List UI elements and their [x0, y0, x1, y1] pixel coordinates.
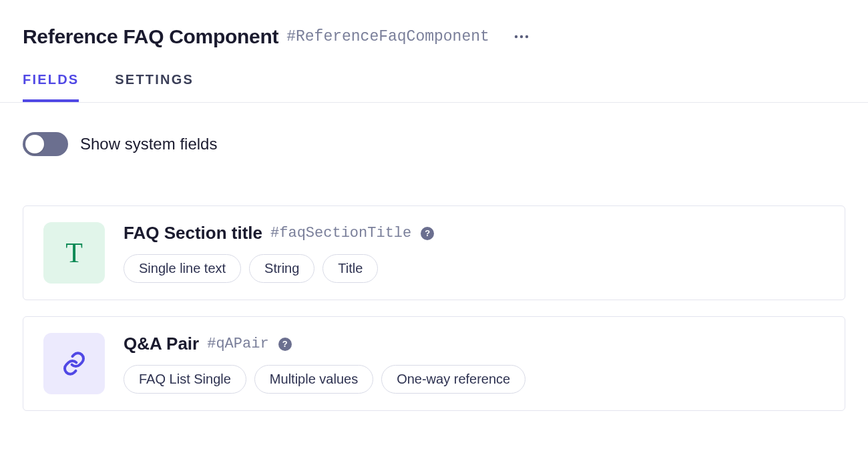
svg-point-2 [525, 35, 528, 38]
field-body: FAQ Section title #faqSectionTitle ? Sin… [124, 223, 829, 283]
field-tags: FAQ List Single Multiple values One-way … [124, 365, 829, 394]
help-icon[interactable]: ? [278, 338, 292, 351]
field-tag: Single line text [124, 254, 241, 283]
tab-fields[interactable]: FIELDS [23, 72, 79, 102]
field-id: #faqSectionTitle [270, 225, 411, 242]
system-fields-toggle-row: Show system fields [23, 132, 845, 156]
system-fields-toggle-label: Show system fields [80, 135, 217, 153]
header: Reference FAQ Component #ReferenceFaqCom… [0, 0, 868, 48]
field-id: #qAPair [207, 336, 268, 352]
field-tag: Multiple values [254, 365, 373, 394]
page-id: #ReferenceFaqComponent [286, 28, 489, 45]
svg-point-0 [515, 35, 517, 38]
field-card[interactable]: Q&A Pair #qAPair ? FAQ List Single Multi… [23, 316, 845, 411]
system-fields-toggle[interactable] [23, 132, 68, 156]
svg-point-1 [520, 35, 523, 38]
more-horizontal-icon [514, 35, 529, 39]
field-tags: Single line text String Title [124, 254, 829, 283]
text-field-type-icon: T [43, 222, 105, 284]
field-title: Q&A Pair [124, 334, 199, 354]
field-card[interactable]: T FAQ Section title #faqSectionTitle ? S… [23, 205, 845, 300]
text-glyph-icon: T [65, 237, 83, 269]
reference-field-type-icon [43, 333, 105, 394]
field-title-row: FAQ Section title #faqSectionTitle ? [124, 223, 829, 244]
field-tag: Title [322, 254, 378, 283]
field-title: FAQ Section title [124, 223, 262, 244]
toggle-thumb [25, 135, 44, 153]
page-title: Reference FAQ Component [23, 25, 278, 48]
link-icon [61, 350, 87, 377]
help-icon[interactable]: ? [421, 227, 434, 240]
field-title-row: Q&A Pair #qAPair ? [124, 334, 829, 354]
more-actions-button[interactable] [511, 26, 532, 47]
field-body: Q&A Pair #qAPair ? FAQ List Single Multi… [124, 334, 829, 394]
field-tag: FAQ List Single [124, 365, 246, 394]
field-tag: One-way reference [381, 365, 525, 394]
field-tag: String [249, 254, 314, 283]
tab-settings[interactable]: SETTINGS [115, 72, 194, 102]
tabs: FIELDS SETTINGS [0, 48, 868, 103]
content: Show system fields T FAQ Section title #… [0, 103, 868, 411]
